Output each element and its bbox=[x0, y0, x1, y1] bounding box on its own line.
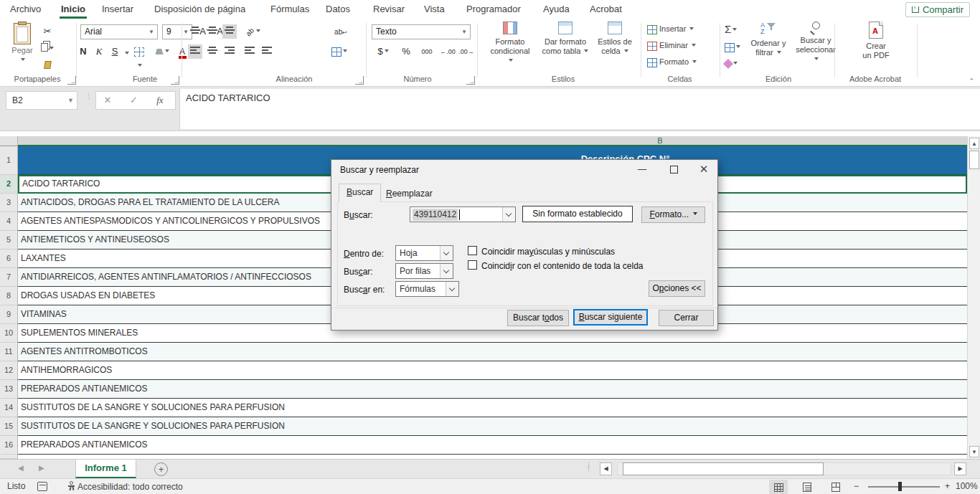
cancel-entry-button[interactable]: ✕ bbox=[96, 92, 119, 109]
merge-center-button[interactable] bbox=[326, 44, 352, 59]
currency-dropdown-arrow[interactable] bbox=[385, 49, 389, 54]
sheet-tab-informe-1[interactable]: Informe 1 bbox=[75, 460, 136, 478]
column-header-B[interactable]: B bbox=[651, 136, 669, 145]
hscroll-left-arrow[interactable]: ◀ bbox=[600, 462, 612, 475]
row-header[interactable]: 8 bbox=[0, 287, 18, 305]
format-painter-button[interactable] bbox=[40, 59, 55, 73]
row-header[interactable]: 5 bbox=[0, 231, 18, 250]
collapse-ribbon-button[interactable]: ⌃ bbox=[969, 77, 974, 85]
fill-color-button[interactable] bbox=[155, 44, 169, 59]
alignment-dialog-launcher[interactable] bbox=[355, 76, 364, 85]
format-split-arrow[interactable] bbox=[693, 212, 697, 217]
formula-bar-splitter[interactable]: ⋮ bbox=[85, 94, 93, 98]
within-dropdown-arrow[interactable] bbox=[440, 246, 453, 260]
insert-cells-button[interactable]: Insertar bbox=[647, 24, 694, 34]
align-middle-button[interactable] bbox=[205, 24, 220, 39]
format-button[interactable]: Formato... bbox=[641, 206, 705, 223]
increase-decimal-button[interactable]: ←.00 bbox=[439, 44, 456, 59]
paste-button[interactable]: Pegar bbox=[6, 22, 39, 73]
font-family-dropdown-arrow[interactable]: ▾ bbox=[146, 25, 157, 39]
insert-function-button[interactable]: fx bbox=[149, 92, 171, 109]
row-header[interactable]: 13 bbox=[0, 380, 18, 399]
orientation-button[interactable]: ab bbox=[242, 24, 264, 39]
align-right-button[interactable] bbox=[222, 44, 237, 59]
row-header[interactable]: 11 bbox=[0, 343, 18, 361]
formula-input[interactable]: ACIDO TARTARICO bbox=[179, 89, 980, 129]
row-header[interactable]: 15 bbox=[0, 417, 18, 436]
find-select-button[interactable]: Buscar y seleccionar bbox=[792, 22, 839, 73]
italic-button[interactable]: K bbox=[92, 44, 106, 59]
paste-dropdown-arrow[interactable] bbox=[21, 58, 25, 63]
decrease-indent-button[interactable] bbox=[242, 44, 257, 59]
cell[interactable]: SUSTITUTOS DE LA SANGRE Y SOLUCIONES PAR… bbox=[18, 417, 967, 436]
vertical-scroll-thumb[interactable] bbox=[969, 151, 979, 169]
bold-button[interactable]: N bbox=[76, 44, 90, 59]
match-entire-cell-checkbox[interactable] bbox=[468, 260, 477, 270]
row-header[interactable]: 2 bbox=[0, 175, 18, 194]
options-button[interactable]: Opciones << bbox=[649, 280, 705, 297]
close-icon[interactable]: ✕ bbox=[692, 160, 716, 179]
fill-button[interactable] bbox=[725, 41, 740, 54]
maximize-icon[interactable] bbox=[661, 160, 686, 179]
search-order-dropdown[interactable]: Por filas bbox=[395, 263, 453, 279]
cell[interactable]: ANTIHEMORRAGICOS bbox=[18, 361, 967, 380]
view-page-layout-button[interactable] bbox=[798, 480, 816, 494]
search-order-dropdown-arrow[interactable] bbox=[440, 264, 453, 278]
number-dialog-launcher[interactable] bbox=[466, 76, 475, 85]
share-button[interactable]: Compartir bbox=[905, 2, 970, 17]
table-row[interactable]: 12ANTIHEMORRAGICOS bbox=[0, 361, 967, 380]
format-as-table-button[interactable]: Dar formato como tabla bbox=[540, 22, 591, 73]
merge-dropdown-arrow[interactable] bbox=[343, 49, 347, 54]
row-header[interactable]: 7 bbox=[0, 268, 18, 287]
cell[interactable]: SUSTITUTOS DE LA SANGRE Y SOLUCIONES PAR… bbox=[18, 399, 967, 417]
tab-insertar[interactable]: Insertar bbox=[100, 0, 135, 19]
tab-disposicion[interactable]: Disposición de página bbox=[153, 0, 247, 19]
delete-cells-button[interactable]: Eliminar bbox=[647, 41, 696, 51]
underline-button[interactable]: S bbox=[108, 44, 122, 59]
name-box-dropdown-arrow[interactable]: ▼ bbox=[67, 92, 74, 109]
within-dropdown[interactable]: Hoja bbox=[395, 245, 453, 261]
cell[interactable]: PREPARADOS ANTIANEMICOS bbox=[18, 380, 967, 399]
zoom-out-button[interactable]: − bbox=[854, 481, 859, 491]
view-normal-button[interactable] bbox=[769, 480, 788, 494]
name-box[interactable]: B2▼ bbox=[6, 91, 77, 110]
find-next-button[interactable]: Buscar siguiente bbox=[573, 309, 648, 326]
create-pdf-button[interactable]: A Crearun PDF bbox=[854, 22, 898, 73]
align-top-button[interactable] bbox=[188, 24, 202, 39]
cell[interactable]: PREPARADOS ANTIANEMICOS bbox=[18, 436, 967, 455]
zoom-percentage[interactable]: 100% bbox=[956, 481, 978, 491]
autosum-button[interactable]: Σ bbox=[725, 23, 737, 35]
number-format-dropdown-arrow[interactable]: ▾ bbox=[458, 25, 470, 39]
tab-inicio[interactable]: Inicio bbox=[60, 0, 87, 19]
view-page-break-button[interactable] bbox=[826, 480, 845, 494]
fill-color-dropdown-arrow[interactable] bbox=[165, 49, 169, 54]
clipboard-dialog-launcher[interactable] bbox=[67, 76, 76, 85]
close-button[interactable]: Cerrar bbox=[659, 310, 714, 326]
scroll-down-arrow[interactable]: ▼ bbox=[969, 446, 979, 457]
zoom-slider-track[interactable] bbox=[868, 486, 940, 488]
row-header[interactable]: 6 bbox=[0, 250, 18, 268]
table-row[interactable]: 15SUSTITUTOS DE LA SANGRE Y SOLUCIONES P… bbox=[0, 417, 967, 436]
clear-button[interactable] bbox=[725, 57, 738, 70]
look-in-dropdown-arrow[interactable] bbox=[446, 282, 458, 296]
sort-filter-button[interactable]: A Z Ordenar y filtrar bbox=[748, 22, 789, 73]
table-row[interactable]: 16PREPARADOS ANTIANEMICOS bbox=[0, 436, 967, 455]
find-all-button[interactable]: Buscar todos bbox=[507, 310, 569, 326]
row-header[interactable]: 3 bbox=[0, 194, 18, 212]
table-row[interactable]: 14SUSTITUTOS DE LA SANGRE Y SOLUCIONES P… bbox=[0, 399, 967, 417]
font-family-combo[interactable]: Arial▾ bbox=[80, 24, 158, 39]
row-header[interactable]: 16 bbox=[0, 436, 18, 455]
vertical-scrollbar[interactable]: ▲ ▼ bbox=[967, 136, 980, 459]
cell-styles-button[interactable]: Estilos de celda bbox=[593, 22, 637, 73]
tab-datos[interactable]: Datos bbox=[324, 0, 352, 19]
tab-acrobat[interactable]: Acrobat bbox=[588, 0, 623, 19]
borders-button[interactable] bbox=[132, 44, 146, 59]
row-header[interactable]: 12 bbox=[0, 361, 18, 380]
minimize-icon[interactable]: — bbox=[630, 160, 654, 179]
wrap-text-button[interactable]: ab↩ bbox=[331, 24, 350, 39]
table-row[interactable]: 11AGENTES ANTITROMBOTICOS bbox=[0, 343, 967, 361]
tab-buscar[interactable]: Buscar bbox=[339, 184, 381, 202]
match-case-checkbox[interactable] bbox=[468, 246, 477, 255]
zoom-slider-thumb[interactable] bbox=[898, 482, 902, 491]
horizontal-scroll-thumb[interactable] bbox=[623, 462, 824, 475]
